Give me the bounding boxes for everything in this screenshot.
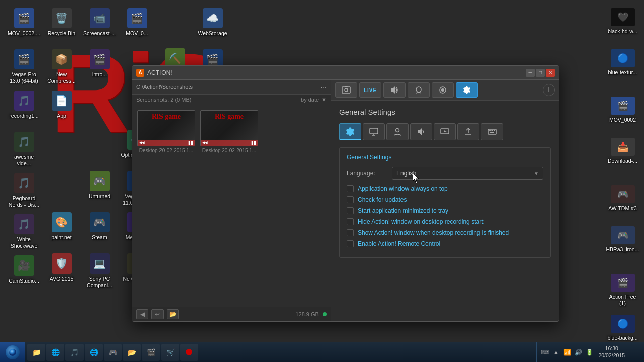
sub-btn-user[interactable] xyxy=(386,123,409,140)
screenshot-thumb-1: RiS game ◀◀ ▐ █ xyxy=(137,110,195,146)
sort-arrow-icon: ▼ xyxy=(321,97,327,103)
svg-rect-15 xyxy=(489,130,491,131)
taskbar-item-chrome[interactable]: 🌐 xyxy=(85,344,103,361)
minimize-button[interactable]: ─ xyxy=(526,69,535,77)
desktop-icon-avg2015[interactable]: 🛡️ AVG 2015 xyxy=(43,250,80,291)
desktop-icon-recyclebin[interactable]: 🗑️ Recycle Bin xyxy=(43,5,80,45)
taskbar-item-store[interactable]: 🛒 xyxy=(161,344,179,361)
checkbox-check-updates-box[interactable] xyxy=(347,196,354,203)
taskbar-item-windows-explorer[interactable]: 📂 xyxy=(123,344,141,361)
maximize-button[interactable]: □ xyxy=(536,69,545,77)
checkbox-always-on-top-box[interactable] xyxy=(347,185,354,192)
svg-rect-0 xyxy=(342,87,350,93)
sub-btn-hotkey[interactable] xyxy=(481,123,503,140)
live-toolbar-btn[interactable]: LIVE xyxy=(359,82,381,98)
desktop: RiS game 🎬 MOV_0002.... 🎬 Vegas Pro 13.0… xyxy=(0,0,644,362)
desktop-icon-mov0[interactable]: 🎬 MOV_0... xyxy=(118,5,156,45)
desktop-icon-mov0002[interactable]: 🎬 MOV_0002.... xyxy=(5,5,43,45)
sub-btn-general[interactable] xyxy=(339,123,361,140)
sub-btn-display[interactable] xyxy=(363,123,385,140)
desktop-icon-whiteshockwave[interactable]: 🎵 White Shockwave xyxy=(5,211,43,251)
tray-expand-icon[interactable]: ▲ xyxy=(552,348,560,356)
title-bar-controls: ─ □ ✕ xyxy=(526,69,555,77)
svg-marker-11 xyxy=(418,128,422,135)
screenshots-header: Screenshots: 2 (0 MB) by date ▼ xyxy=(132,95,331,105)
webcam-toolbar-btn[interactable] xyxy=(408,82,430,98)
svg-point-1 xyxy=(345,88,348,92)
desktop-icon-app[interactable]: 📄 App xyxy=(43,87,80,128)
desktop-icon-camstudio[interactable]: 🎥 CamStudio... xyxy=(5,252,43,293)
screenshots-count: Screenshots: 2 (0 MB) xyxy=(136,97,191,103)
path-text: C:\Action!\Screenshots xyxy=(136,84,317,90)
checkbox-remote-control[interactable]: Enable Action! Remote Control xyxy=(347,240,543,247)
section-title: General Settings xyxy=(347,154,543,161)
desktop-icon-intro[interactable]: 🎬 intro... xyxy=(80,46,118,86)
checkbox-show-when-finished[interactable]: Show Action! window when desktop recordi… xyxy=(347,229,543,236)
checkbox-start-minimized-box[interactable] xyxy=(347,207,354,214)
desktop-icon-vegaspro[interactable]: 🎬 Vegas Pro 13.0 (64-bit) xyxy=(5,46,43,86)
desktop-icon-steam[interactable]: 🎮 Steam xyxy=(80,209,118,249)
sort-control[interactable]: by date ▼ xyxy=(301,97,327,103)
desktop-icon-sonypc[interactable]: 💻 Sony PC Compani... xyxy=(80,250,118,291)
checkbox-hide-on-record-box[interactable] xyxy=(347,218,354,225)
desktop-icon-newcompress[interactable]: 📦 New Compress... xyxy=(43,46,80,86)
show-desktop-button[interactable]: □ xyxy=(630,348,640,356)
desktop-icon-hbra3iron[interactable]: 🎮 HBRa3_iron... xyxy=(604,223,641,263)
desktop-icon-download[interactable]: 📥 Download-... xyxy=(604,135,641,175)
settings-toolbar-btn[interactable] xyxy=(456,82,478,98)
desktop-icon-awesomevideo[interactable]: 🎵 awesme vide... xyxy=(5,129,43,169)
sub-btn-audio[interactable] xyxy=(410,123,432,140)
close-button[interactable]: ✕ xyxy=(546,69,555,77)
nav-folder-button[interactable]: 📂 xyxy=(167,309,179,319)
desktop-icon-paintnet[interactable]: 🎨 paint.net xyxy=(43,209,80,249)
nav-back-button[interactable]: ↩ xyxy=(151,309,164,319)
game-icon: 🎮 xyxy=(108,348,117,357)
system-clock[interactable]: 16:30 20/02/2015 xyxy=(596,345,627,359)
taskbar-item-game[interactable]: 🎮 xyxy=(104,344,122,361)
checkbox-hide-on-record[interactable]: Hide Action! window on desktop recording… xyxy=(347,218,543,225)
checkbox-remote-control-box[interactable] xyxy=(347,240,354,247)
checkbox-always-on-top[interactable]: Application window always on top xyxy=(347,185,543,192)
desktop-icon-blackhdw[interactable]: 🖤 black-hd-w... xyxy=(604,5,641,45)
language-select[interactable]: English ▼ xyxy=(392,167,543,180)
taskbar-item-media2[interactable]: 🎬 xyxy=(142,344,160,361)
desktop-icon-bluetextur[interactable]: 🔵 blue-textur... xyxy=(604,46,641,86)
media2-icon: 🎬 xyxy=(146,348,155,357)
taskbar-item-explorer[interactable]: 📁 xyxy=(27,344,45,361)
tray-network-icon[interactable]: 📶 xyxy=(563,348,571,356)
left-panel: C:\Action!\Screenshots ··· Screenshots: … xyxy=(132,80,331,321)
tray-battery-icon[interactable]: 🔋 xyxy=(585,348,593,356)
desktop-icon-awtdm3[interactable]: 🎮 AW TDM #3 xyxy=(604,182,641,222)
screenshots-toolbar-btn[interactable] xyxy=(335,82,357,98)
checkbox-always-on-top-label: Application window always on top xyxy=(358,185,448,192)
desktop-icons-right: 🖤 black-hd-w... 🔵 blue-textur... 🎬 MOV_0… xyxy=(601,0,644,362)
checkbox-check-updates[interactable]: Check for updates xyxy=(347,196,543,203)
desktop-icon-unturned[interactable]: 🎮 Unturned xyxy=(80,168,118,208)
screenshot-label-1: Desktop 20-02-2015 1... xyxy=(139,148,193,153)
path-menu-button[interactable]: ··· xyxy=(320,83,327,91)
desktop-icon-webstorage[interactable]: ☁️ WebStorage xyxy=(194,5,231,45)
record-toolbar-btn[interactable] xyxy=(432,82,454,98)
tray-keyboard-icon[interactable]: ⌨ xyxy=(541,348,549,356)
desktop-icon-pegboard[interactable]: 🎵 Pegboard Nerds - Dis... xyxy=(5,170,43,210)
taskbar-item-record[interactable]: ⏺ xyxy=(180,344,198,361)
start-button[interactable] xyxy=(0,342,25,363)
desktop-icon-recording1[interactable]: 🎵 recording1... xyxy=(5,87,43,128)
taskbar-item-mediaplayer[interactable]: 🎵 xyxy=(65,344,84,361)
checkbox-show-when-finished-box[interactable] xyxy=(347,229,354,236)
checkbox-start-minimized[interactable]: Start application minimized to tray xyxy=(347,207,543,214)
desktop-icon-actionfree[interactable]: 🎬 Action Free (1) xyxy=(604,270,641,311)
taskbar-item-ie[interactable]: 🌐 xyxy=(46,344,64,361)
sub-toolbar xyxy=(339,123,551,140)
nav-prev-button[interactable]: ◀ xyxy=(136,309,148,319)
screenshot-item-2[interactable]: RiS game ◀◀ ▐ █ Desktop 20-02-2015 1... xyxy=(200,110,258,153)
tray-volume-icon[interactable]: 🔊 xyxy=(574,348,582,356)
desktop-icon-mov0002r[interactable]: 🎬 MOV_0002 xyxy=(604,94,641,134)
screenshot-item-1[interactable]: RiS game ◀◀ ▐ █ Desktop 20-02-2015 1... xyxy=(137,110,195,153)
checkbox-remote-control-label: Enable Action! Remote Control xyxy=(358,240,440,247)
desktop-icon-screencast[interactable]: 📹 Screencast-... xyxy=(80,5,118,45)
info-button[interactable]: i xyxy=(543,84,555,96)
audio-toolbar-btn[interactable] xyxy=(383,82,406,98)
sub-btn-screen[interactable] xyxy=(434,123,456,140)
sub-btn-upload[interactable] xyxy=(457,123,479,140)
